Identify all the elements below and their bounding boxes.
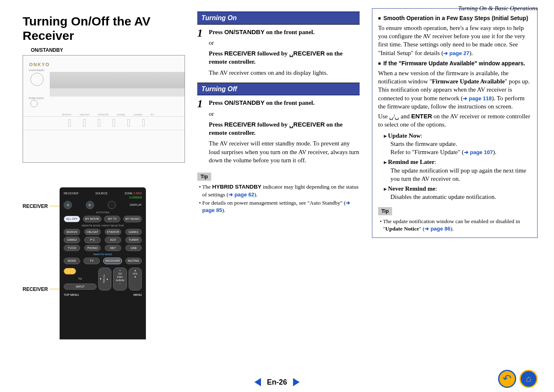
remote-input-button: USB bbox=[125, 245, 142, 251]
remote-callout-receiver-mode: RECEIVER bbox=[23, 286, 48, 293]
remote-input-button: GAME2 bbox=[64, 237, 80, 243]
remote-mode-button: TV bbox=[83, 258, 100, 264]
remote-input-button: GAME1 bbox=[125, 229, 142, 235]
panel-display bbox=[50, 72, 185, 88]
remote-input-button: AUX bbox=[105, 237, 121, 243]
window-name: Firmware Update Available bbox=[432, 78, 505, 85]
remote-section-label: ACTIVITIES bbox=[64, 211, 142, 214]
tip-item: For details on power management settings… bbox=[199, 199, 360, 214]
option-desc: Refer to "Firmware Update" (page 107). bbox=[390, 148, 531, 156]
section-header: Turning On & Basic Operations bbox=[458, 4, 538, 12]
remote-label-text: ALBUM bbox=[116, 279, 125, 281]
remote-input-button: TUNER bbox=[125, 237, 142, 243]
page-title: Turning On/Off the AV Receiver bbox=[23, 14, 185, 43]
page-link[interactable]: page 27 bbox=[443, 50, 469, 56]
remote-callout-receiver-power: RECEIVER bbox=[23, 203, 48, 210]
panel-input-button bbox=[142, 119, 145, 127]
remote-label-text: CH DISC bbox=[117, 272, 123, 278]
step-or: or bbox=[209, 39, 360, 47]
page-link[interactable]: page 107 bbox=[464, 149, 493, 155]
step-text: on the front panel. bbox=[265, 99, 315, 106]
step-text: Press bbox=[209, 121, 224, 128]
remote-input-button: P C bbox=[84, 237, 101, 243]
panel-input-label: CBL/SAT bbox=[80, 113, 90, 116]
button-ref: RECEIVER bbox=[224, 50, 256, 57]
remote-input-button: STB/DVR bbox=[105, 229, 121, 235]
remote-activity-button: MY MUSIC bbox=[123, 216, 142, 222]
option-item: Update Now: Starts the firmware update. … bbox=[384, 131, 531, 157]
remote-input-button: NET bbox=[105, 245, 121, 251]
remote-input-button: CBL/SAT bbox=[84, 229, 101, 235]
remote-label-text: TV bbox=[64, 277, 97, 281]
panel-input-button bbox=[113, 119, 115, 127]
step-text: Press bbox=[209, 50, 224, 57]
tip-item: The HYBRID STANDBY indicator may light d… bbox=[199, 183, 360, 198]
section-heading-turning-off: Turning Off bbox=[197, 83, 360, 96]
brand-logo: ONKYO bbox=[29, 62, 50, 68]
panel-input-labels: BD/DVD CBL/SAT STB/DVR GAME1 GAME2 PC bbox=[62, 113, 185, 116]
remote-mode-button: MODE bbox=[64, 258, 80, 264]
remote-label-text: SOURCE bbox=[95, 191, 108, 199]
panel-input-label: PC bbox=[150, 113, 154, 116]
tip-label: Tip bbox=[197, 173, 211, 181]
indicator-ref: HYBRID STANDBY bbox=[212, 184, 261, 190]
remote-activity-button: ALL OFF bbox=[64, 216, 80, 222]
remote-mode-button: MUTING bbox=[125, 258, 142, 264]
step-result: The AV receiver comes on and its display… bbox=[209, 69, 360, 77]
step-text: Press bbox=[209, 99, 224, 106]
button-ref: RECEIVER bbox=[224, 121, 256, 128]
button-ref: RECEIVER bbox=[293, 121, 325, 128]
remote-label-text: DISPLAY bbox=[130, 203, 142, 207]
prev-page-icon[interactable] bbox=[254, 378, 261, 386]
button-ref: RECEIVER bbox=[293, 50, 325, 57]
panel-input-label: STB/DVR bbox=[98, 113, 108, 116]
page-link[interactable]: page 86 bbox=[425, 226, 450, 232]
remote-label-text: 2 RED bbox=[133, 192, 142, 195]
option-item: Remind me Later: The update notification… bbox=[384, 158, 531, 183]
onstandby-button-icon bbox=[30, 73, 44, 86]
option-title: Never Remind me bbox=[384, 185, 436, 192]
next-page-icon[interactable] bbox=[293, 378, 300, 386]
step-text: followed by ␣ bbox=[256, 121, 293, 128]
box-paragraph: To ensure smooth operation, here's a few… bbox=[378, 24, 531, 57]
remote-input-button: BD/DVD bbox=[64, 229, 80, 235]
remote-input-btn: INPUT bbox=[64, 284, 97, 290]
setting-ref: Update Notice bbox=[385, 226, 419, 232]
section-heading-turning-on: Turning On bbox=[197, 12, 360, 25]
step-text: Press bbox=[209, 29, 224, 35]
page-link[interactable]: page 62 bbox=[229, 191, 254, 198]
panel-input-label: BD/DVD bbox=[62, 113, 72, 116]
nav-back-icon[interactable]: ↶ bbox=[498, 370, 516, 388]
nav-home-icon[interactable]: ⌂ bbox=[519, 370, 538, 388]
sidebar-box: Smooth Operation in a Few Easy Steps (In… bbox=[372, 8, 538, 238]
box-paragraph: Use ␣/␣ and ENTER on the AV receiver or … bbox=[378, 112, 531, 129]
remote-illustration: RECEIVER SOURCE ZONE 2 RED3 GREEN ⏻ ⏻ DI… bbox=[60, 187, 146, 339]
remote-label-text: TV VOL bbox=[103, 274, 105, 283]
front-panel-illustration: ONKYO ON/STANDBY PURE AUDIO BD/DVD CBL/S… bbox=[23, 55, 185, 163]
remote-section-label: REMOTE MODE bbox=[64, 253, 142, 256]
step-text: on the front panel. bbox=[265, 29, 315, 35]
remote-label-text: ZONE bbox=[125, 192, 132, 195]
remote-receiver-power-icon: ⏻ bbox=[64, 201, 72, 209]
panel-input-button bbox=[98, 119, 100, 127]
remote-zone-button bbox=[108, 201, 116, 209]
remote-label-text: RECEIVER bbox=[64, 191, 78, 199]
remote-activity-button: MY MOVIE bbox=[83, 216, 102, 222]
step-result: The AV receiver will enter standby mode.… bbox=[209, 139, 360, 164]
panel-input-button bbox=[68, 119, 71, 127]
panel-input-label: GAME2 bbox=[134, 113, 142, 116]
pure-audio-label: PURE AUDIO bbox=[29, 97, 44, 100]
box-paragraph: When a new version of the firmware is av… bbox=[378, 69, 531, 111]
remote-label-text: MENU bbox=[133, 293, 142, 297]
option-desc: The update notification will pop up agai… bbox=[390, 166, 531, 183]
remote-label-text: VOL bbox=[133, 272, 138, 275]
remote-activity-button: MY TV bbox=[104, 216, 120, 222]
remote-input-button: PHONO bbox=[84, 245, 101, 251]
page-link[interactable]: page 118 bbox=[463, 95, 492, 101]
pure-audio-button-icon bbox=[30, 100, 38, 107]
remote-tv-power-icon bbox=[64, 268, 76, 274]
step-number: 1 bbox=[197, 28, 203, 39]
step-text: followed by ␣ bbox=[256, 50, 293, 57]
remote-label-text: 3 GREEN bbox=[129, 196, 142, 199]
tip-item: The update notification window can be en… bbox=[380, 218, 531, 233]
